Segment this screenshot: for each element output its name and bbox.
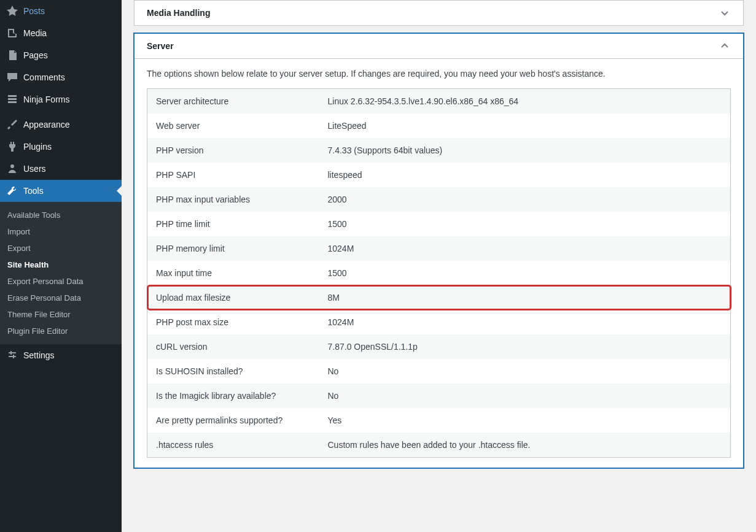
table-row: cURL version7.87.0 OpenSSL/1.1.1p xyxy=(147,334,731,359)
row-value: No xyxy=(319,359,731,384)
menu-appearance[interactable]: Appearance xyxy=(0,114,122,136)
row-label: Are pretty permalinks supported? xyxy=(147,408,319,433)
menu-comments[interactable]: Comments xyxy=(0,66,122,88)
menu-label: Appearance xyxy=(23,120,70,129)
main-content: Media Handling Server The options shown … xyxy=(122,0,756,532)
row-label: Server architecture xyxy=(147,89,319,114)
submenu-erase-personal[interactable]: Erase Personal Data xyxy=(0,290,122,306)
submenu-export-personal[interactable]: Export Personal Data xyxy=(0,273,122,290)
table-row: PHP SAPIlitespeed xyxy=(147,163,731,187)
submenu-theme-editor[interactable]: Theme File Editor xyxy=(0,306,122,323)
row-value: 8M xyxy=(319,285,731,310)
row-value: 7.87.0 OpenSSL/1.1.1p xyxy=(319,334,731,359)
panel-toggle-media[interactable]: Media Handling xyxy=(134,1,743,25)
menu-ninja-forms[interactable]: Ninja Forms xyxy=(0,88,122,110)
row-value: LiteSpeed xyxy=(319,114,731,138)
menu-label: Pages xyxy=(23,50,48,60)
row-label: PHP time limit xyxy=(147,212,319,236)
form-icon xyxy=(6,93,18,106)
panel-title: Media Handling xyxy=(147,8,210,18)
row-value: 1500 xyxy=(319,261,731,285)
table-row: PHP post max size1024M xyxy=(147,310,731,334)
row-label: .htaccess rules xyxy=(147,433,319,458)
row-label: PHP max input variables xyxy=(147,187,319,212)
row-value: litespeed xyxy=(319,163,731,187)
table-row: Max input time1500 xyxy=(147,261,731,285)
submenu-export[interactable]: Export xyxy=(0,240,122,256)
comment-icon xyxy=(6,71,18,83)
row-value: 7.4.33 (Supports 64bit values) xyxy=(319,138,731,163)
menu-label: Plugins xyxy=(23,142,52,152)
panel-media-handling: Media Handling xyxy=(134,0,744,26)
panel-toggle-server[interactable]: Server xyxy=(134,34,743,58)
menu-label: Posts xyxy=(23,6,45,16)
chevron-down-icon xyxy=(719,7,731,19)
row-value: Yes xyxy=(319,408,731,433)
table-row: Upload max filesize8M xyxy=(147,285,731,310)
table-row: Web serverLiteSpeed xyxy=(147,114,731,138)
row-value: 2000 xyxy=(319,187,731,212)
wrench-icon xyxy=(6,185,18,197)
row-label: Web server xyxy=(147,114,319,138)
submenu-plugin-editor[interactable]: Plugin File Editor xyxy=(0,323,122,339)
row-label: Upload max filesize xyxy=(147,285,319,310)
menu-label: Users xyxy=(23,164,46,174)
menu-users[interactable]: Users xyxy=(0,158,122,180)
row-label: PHP post max size xyxy=(147,310,319,334)
menu-label: Ninja Forms xyxy=(23,94,69,104)
panel-body-server: The options shown below relate to your s… xyxy=(134,58,743,468)
menu-label: Settings xyxy=(23,350,55,360)
submenu-tools: Available Tools Import Export Site Healt… xyxy=(0,202,122,344)
pin-icon xyxy=(6,5,18,17)
submenu-import[interactable]: Import xyxy=(0,223,122,240)
menu-plugins[interactable]: Plugins xyxy=(0,136,122,158)
row-label: Is SUHOSIN installed? xyxy=(147,359,319,384)
table-row: PHP version7.4.33 (Supports 64bit values… xyxy=(147,138,731,163)
table-row: Is SUHOSIN installed?No xyxy=(147,359,731,384)
row-value: 1500 xyxy=(319,212,731,236)
menu-pages[interactable]: Pages xyxy=(0,44,122,66)
table-row: .htaccess rulesCustom rules have been ad… xyxy=(147,433,731,458)
brush-icon xyxy=(6,118,18,131)
menu-label: Media xyxy=(23,28,47,38)
table-row: Are pretty permalinks supported?Yes xyxy=(147,408,731,433)
table-row: PHP memory limit1024M xyxy=(147,236,731,261)
row-label: PHP SAPI xyxy=(147,163,319,187)
media-icon xyxy=(6,27,18,39)
panel-server: Server The options shown below relate to… xyxy=(134,33,744,468)
row-value: Custom rules have been added to your .ht… xyxy=(319,433,731,458)
row-value: No xyxy=(319,384,731,408)
pages-icon xyxy=(6,49,18,61)
menu-label: Comments xyxy=(23,72,65,82)
row-label: PHP memory limit xyxy=(147,236,319,261)
submenu-site-health[interactable]: Site Health xyxy=(0,256,122,273)
settings-icon xyxy=(6,349,18,361)
row-value: 1024M xyxy=(319,310,731,334)
admin-sidebar: Posts Media Pages Comments Ninja Forms A… xyxy=(0,0,122,532)
table-row: Is the Imagick library available?No xyxy=(147,384,731,408)
row-label: cURL version xyxy=(147,334,319,359)
row-label: Max input time xyxy=(147,261,319,285)
panel-title: Server xyxy=(147,41,174,51)
table-row: Server architectureLinux 2.6.32-954.3.5.… xyxy=(147,89,731,114)
menu-posts[interactable]: Posts xyxy=(0,0,122,22)
menu-tools[interactable]: Tools xyxy=(0,180,122,202)
submenu-available-tools[interactable]: Available Tools xyxy=(0,207,122,223)
row-value: 1024M xyxy=(319,236,731,261)
row-label: PHP version xyxy=(147,138,319,163)
user-icon xyxy=(6,163,18,175)
row-value: Linux 2.6.32-954.3.5.lve1.4.90.el6.x86_6… xyxy=(319,89,731,114)
plug-icon xyxy=(6,141,18,153)
table-row: PHP time limit1500 xyxy=(147,212,731,236)
chevron-up-icon xyxy=(719,40,731,52)
menu-settings[interactable]: Settings xyxy=(0,344,122,366)
menu-media[interactable]: Media xyxy=(0,22,122,44)
server-description: The options shown below relate to your s… xyxy=(147,69,731,79)
row-label: Is the Imagick library available? xyxy=(147,384,319,408)
table-row: PHP max input variables2000 xyxy=(147,187,731,212)
menu-label: Tools xyxy=(23,186,44,196)
server-info-table: Server architectureLinux 2.6.32-954.3.5.… xyxy=(147,88,731,458)
